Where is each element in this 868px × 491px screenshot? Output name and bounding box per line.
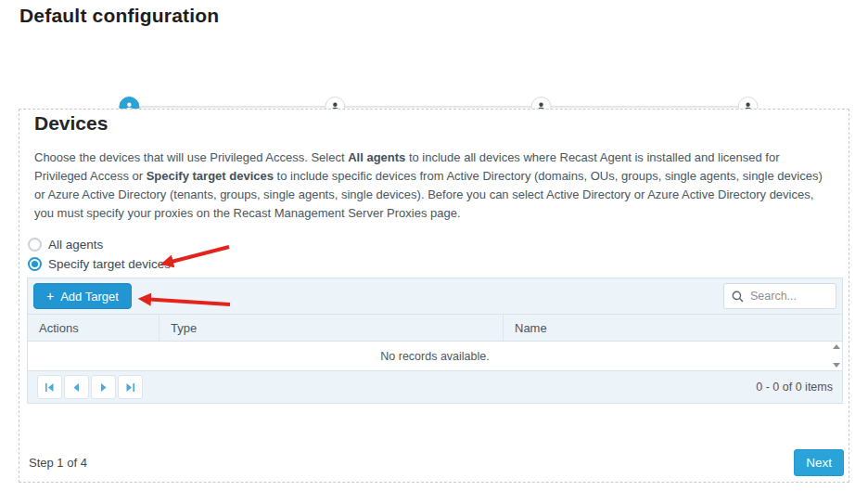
pager-buttons [37,375,143,399]
page-title: Default configuration [19,5,219,27]
previous-page-icon [71,382,82,393]
grid-toolbar: + Add Target [28,278,842,315]
next-button[interactable]: Next [794,449,844,476]
next-page-button[interactable] [91,375,116,399]
radio-specify-target-devices[interactable]: Specify target devices [28,257,171,271]
radio-label: Specify target devices [48,257,171,271]
radio-checked-icon [28,257,42,271]
next-page-icon [98,382,108,393]
empty-records-message: No records available. [380,350,489,363]
column-header-name: Name [503,315,842,341]
add-target-label: Add Target [60,290,119,304]
targets-grid: + Add Target Actions Type Name No record… [27,278,843,404]
step-indicator: Step 1 of 4 [29,456,87,470]
last-page-button[interactable] [118,375,143,399]
scroll-up-icon[interactable] [833,344,840,349]
grid-body: No records available. [28,342,842,370]
column-header-type: Type [159,315,503,341]
add-target-button[interactable]: + Add Target [33,283,132,309]
column-header-actions: Actions [28,315,159,341]
grid-header-row: Actions Type Name [28,315,842,342]
panel-description: Choose the devices that will use Privile… [34,149,834,223]
search-icon [732,291,744,303]
search-input[interactable] [748,289,826,304]
pager-info: 0 - 0 of 0 items [756,381,833,394]
first-page-icon [45,382,55,393]
radio-label: All agents [48,238,103,252]
wizard-stepper: Devices Temporary Admin Randomize Pass..… [0,48,868,91]
grid-pager: 0 - 0 of 0 items [28,370,842,403]
plus-icon: + [46,290,54,303]
scroll-down-icon[interactable] [833,363,840,368]
radio-all-agents[interactable]: All agents [28,238,103,252]
search-box [723,283,836,309]
wizard-step-panel: Devices Choose the devices that will use… [19,109,849,483]
previous-page-button[interactable] [64,375,89,399]
stepper-connector-line [129,106,748,108]
last-page-icon [125,382,135,393]
radio-unchecked-icon [28,238,42,252]
panel-heading: Devices [34,112,108,135]
vertical-scrollbar[interactable] [831,342,842,370]
first-page-button[interactable] [37,375,62,399]
